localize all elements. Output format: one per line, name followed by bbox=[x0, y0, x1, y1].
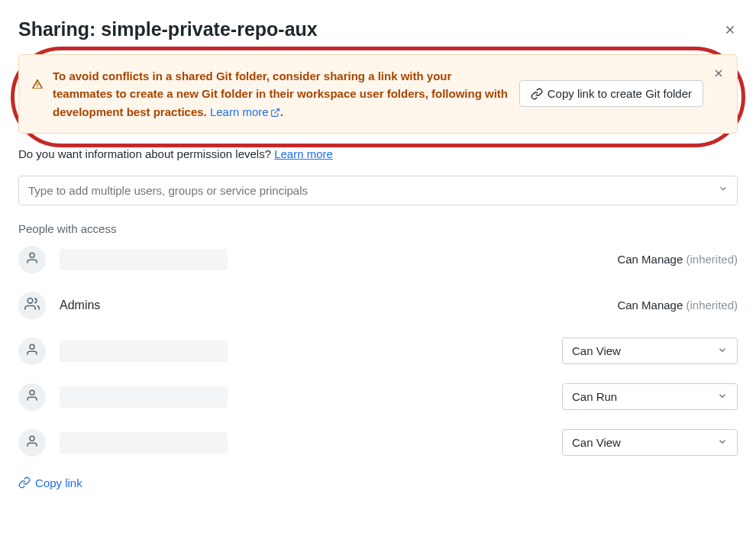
permission-readonly: Can Manage (inherited) bbox=[617, 253, 738, 266]
access-row: AdminsCan Manage (inherited) bbox=[18, 292, 738, 319]
access-row: Can Manage (inherited) bbox=[18, 246, 738, 273]
permission-select[interactable]: Can View bbox=[562, 429, 738, 456]
principal-name bbox=[60, 386, 548, 408]
principal-name bbox=[60, 249, 603, 270]
principal-name bbox=[60, 432, 548, 454]
group-avatar bbox=[18, 292, 46, 319]
principal-name bbox=[60, 341, 548, 362]
user-icon bbox=[25, 389, 39, 405]
chevron-down-icon bbox=[717, 436, 728, 449]
copy-git-folder-link-button[interactable]: Copy link to create Git folder bbox=[519, 80, 703, 107]
git-folder-warning-banner: To avoid conflicts in a shared Git folde… bbox=[18, 54, 738, 134]
svg-point-4 bbox=[30, 436, 34, 441]
banner-learn-more-link[interactable]: Learn more bbox=[210, 105, 280, 118]
svg-point-1 bbox=[27, 298, 33, 303]
dialog-title: Sharing: simple-private-repo-aux bbox=[18, 18, 318, 40]
access-row: Can View bbox=[18, 429, 738, 457]
access-list: Can Manage (inherited)AdminsCan Manage (… bbox=[18, 246, 738, 457]
principal-name: Admins bbox=[60, 299, 603, 312]
access-row: Can Run bbox=[18, 383, 738, 411]
banner-highlight-annotation: To avoid conflicts in a shared Git folde… bbox=[18, 54, 738, 134]
warning-icon bbox=[31, 78, 44, 93]
close-button[interactable] bbox=[722, 22, 738, 37]
user-avatar bbox=[18, 429, 46, 457]
svg-point-0 bbox=[30, 253, 34, 257]
user-icon bbox=[25, 343, 39, 360]
access-row: Can View bbox=[18, 337, 738, 365]
people-with-access-label: People with access bbox=[18, 222, 738, 235]
user-avatar bbox=[18, 246, 46, 273]
external-link-icon bbox=[270, 108, 280, 118]
close-icon bbox=[723, 23, 737, 37]
banner-message: To avoid conflicts in a shared Git folde… bbox=[53, 67, 510, 121]
chevron-down-icon bbox=[717, 390, 728, 403]
close-icon bbox=[712, 67, 725, 79]
svg-point-3 bbox=[30, 390, 34, 395]
group-icon bbox=[24, 296, 40, 315]
chevron-down-icon bbox=[717, 344, 728, 357]
permission-learn-more-link[interactable]: Learn more bbox=[274, 147, 333, 160]
permission-info-text: Do you want information about permission… bbox=[18, 147, 738, 160]
user-avatar bbox=[18, 337, 46, 365]
link-icon bbox=[531, 88, 543, 100]
permission-select[interactable]: Can View bbox=[562, 337, 738, 364]
svg-point-2 bbox=[30, 344, 34, 349]
permission-select[interactable]: Can Run bbox=[562, 383, 738, 410]
user-icon bbox=[25, 251, 39, 268]
add-users-input[interactable] bbox=[18, 176, 738, 205]
link-icon bbox=[18, 476, 31, 489]
dismiss-banner-button[interactable] bbox=[712, 67, 725, 82]
user-icon bbox=[25, 434, 39, 451]
user-avatar bbox=[18, 383, 46, 411]
permission-readonly: Can Manage (inherited) bbox=[617, 299, 738, 312]
copy-link-button[interactable]: Copy link bbox=[18, 476, 82, 489]
